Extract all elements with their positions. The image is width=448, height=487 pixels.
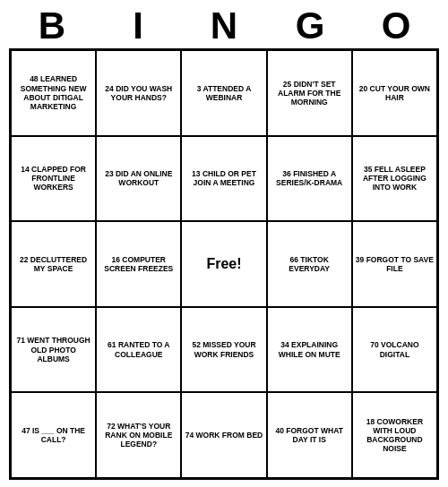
bingo-cell-o3: 39 FORGOT TO SAVE FILE — [352, 221, 437, 307]
bingo-cell-g2: 36 FINISHED A SERIES/K-DRAMA — [267, 136, 352, 222]
bingo-cell-g1: 25 DIDN'T SET ALARM FOR THE MORNING — [267, 50, 352, 136]
bingo-cell-n5: 74 WORK FROM BED — [181, 392, 266, 478]
letter-o: O — [357, 7, 435, 45]
letter-n: N — [185, 7, 263, 45]
bingo-cell-i4: 61 RANTED TO A COLLEAGUE — [96, 307, 181, 393]
bingo-cell-o2: 35 FELL ASLEEP AFTER LOGGING INTO WORK — [352, 136, 437, 222]
bingo-cell-o4: 70 VOLCANO DIGITAL — [352, 307, 437, 393]
bingo-cell-o1: 20 CUT YOUR OWN HAIR — [352, 50, 437, 136]
bingo-cell-i5: 72 WHAT'S YOUR RANK ON MOBILE LEGEND? — [96, 392, 181, 478]
bingo-cell-b5: 47 IS ___ ON THE CALL? — [11, 392, 96, 478]
letter-g: G — [271, 7, 349, 45]
bingo-cell-n1: 3 ATTENDED A WEBINAR — [181, 50, 266, 136]
bingo-cell-b3: 22 DECLUTTERED MY SPACE — [11, 221, 96, 307]
bingo-cell-b2: 14 CLAPPED FOR FRONTLINE WORKERS — [11, 136, 96, 222]
bingo-cell-i2: 23 DID AN ONLINE WORKOUT — [96, 136, 181, 222]
bingo-title: B I N G O — [9, 7, 439, 45]
bingo-cell-n3: Free! — [181, 221, 266, 307]
letter-i: I — [99, 7, 177, 45]
bingo-cell-b4: 71 WENT THROUGH OLD PHOTO ALBUMS — [11, 307, 96, 393]
bingo-cell-n4: 52 MISSED YOUR WORK FRIENDS — [181, 307, 266, 393]
bingo-cell-n2: 13 CHILD OR PET JOIN A MEETING — [181, 136, 266, 222]
bingo-cell-g4: 34 EXPLAINING WHILE ON MUTE — [267, 307, 352, 393]
bingo-cell-b1: 48 LEARNED SOMETHING NEW ABOUT DITIGAL M… — [11, 50, 96, 136]
bingo-cell-i1: 24 DID YOU WASH YOUR HANDS? — [96, 50, 181, 136]
bingo-cell-g3: 66 TIKTOK EVERYDAY — [267, 221, 352, 307]
bingo-cell-o5: 18 COWORKER WITH LOUD BACKGROUND NOISE — [352, 392, 437, 478]
bingo-cell-i3: 16 COMPUTER SCREEN FREEZES — [96, 221, 181, 307]
bingo-cell-g5: 40 FORGOT WHAT DAY IT IS — [267, 392, 352, 478]
letter-b: B — [13, 7, 91, 45]
bingo-grid: 48 LEARNED SOMETHING NEW ABOUT DITIGAL M… — [9, 48, 439, 480]
